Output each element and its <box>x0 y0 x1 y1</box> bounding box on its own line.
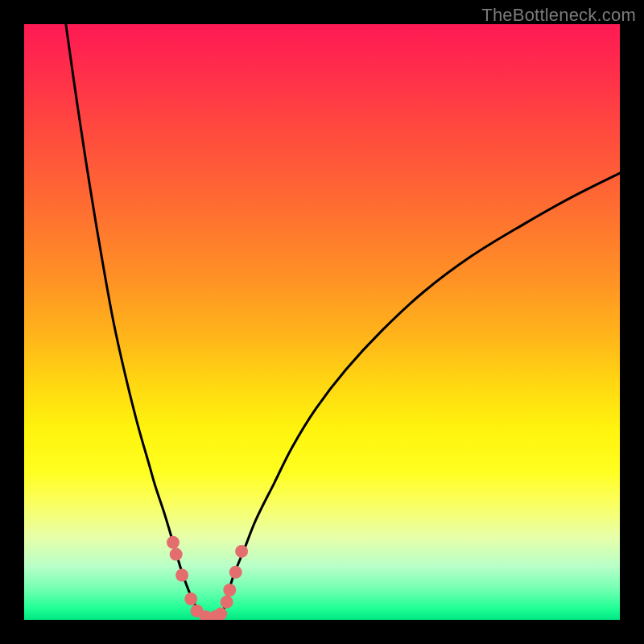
plot-area <box>24 24 620 620</box>
marker-dot <box>175 569 188 582</box>
marker-dot <box>170 548 183 561</box>
markers-layer <box>24 24 620 620</box>
marker-dot <box>229 566 242 579</box>
marker-dot <box>235 545 248 558</box>
watermark-text: TheBottleneck.com <box>481 5 636 26</box>
marker-dot <box>167 536 180 549</box>
marker-dot <box>214 608 227 620</box>
marker-dot <box>221 596 233 609</box>
outer-frame: TheBottleneck.com <box>0 0 644 644</box>
marker-dot <box>223 584 236 597</box>
marker-dot <box>184 592 197 605</box>
